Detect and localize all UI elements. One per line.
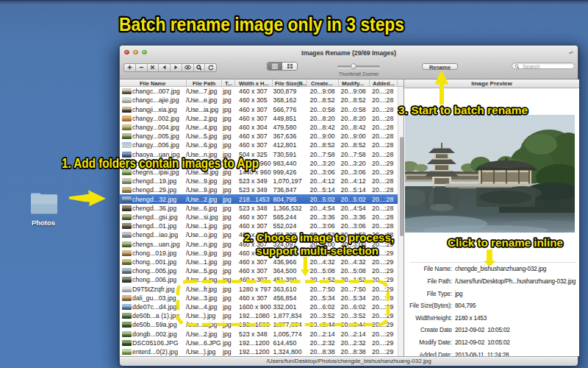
svg-text:Batch rename image only in 3 s: Batch rename image only in 3 steps xyxy=(119,13,404,35)
